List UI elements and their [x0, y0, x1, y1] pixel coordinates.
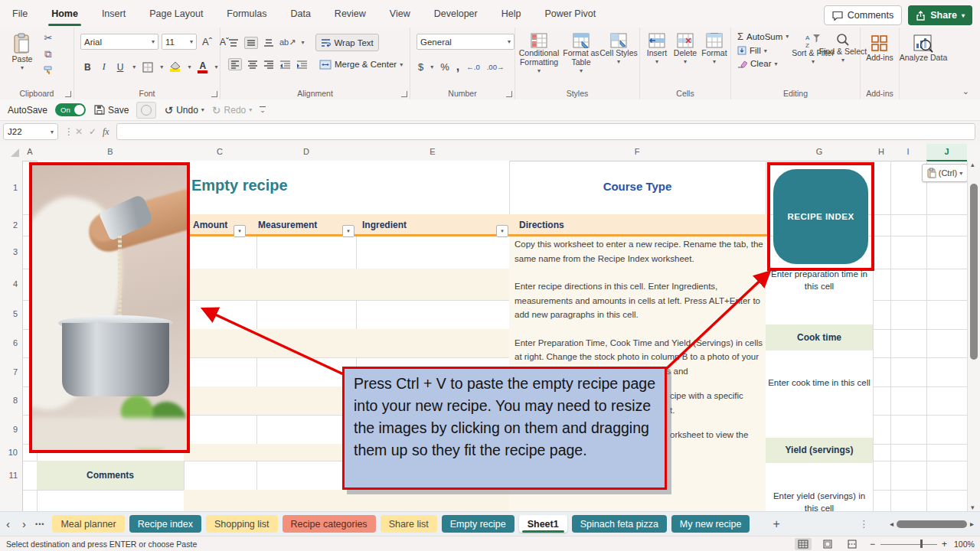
align-top-icon[interactable] [228, 38, 239, 47]
decrease-decimal-button[interactable]: .00→ [487, 63, 505, 71]
font-color-caret-icon[interactable]: ▾ [214, 64, 217, 70]
format-painter-button[interactable] [43, 65, 54, 75]
alignment-dialog-launcher-icon[interactable] [401, 91, 407, 97]
sheet-tab-recipe-categories[interactable]: Recipe categories [283, 515, 376, 533]
recipe-index-button[interactable]: RECIPE INDEX [773, 169, 868, 264]
borders-caret-icon[interactable]: ▾ [160, 64, 163, 70]
accounting-caret-icon[interactable]: ▾ [430, 64, 433, 70]
row-header-9[interactable]: 9 [13, 425, 18, 434]
font-dialog-launcher-icon[interactable] [211, 91, 217, 97]
font-size-combo[interactable]: 11▾ [162, 34, 197, 50]
fill-button[interactable]: Fill▾ [737, 46, 789, 55]
wrap-text-button[interactable]: Wrap Text [315, 34, 378, 51]
add-sheet-button[interactable]: + [773, 517, 779, 531]
col-header-g[interactable]: G [816, 147, 823, 156]
col-header-b[interactable]: B [107, 147, 113, 156]
fill-color-button[interactable] [170, 62, 181, 72]
number-dialog-launcher-icon[interactable] [506, 91, 512, 97]
row-header-11[interactable]: 11 [9, 471, 18, 480]
col-header-j-selected[interactable]: J [926, 144, 967, 161]
cook-time-cell[interactable]: Enter cook time in this cell [766, 377, 873, 389]
row-header-3[interactable]: 3 [13, 247, 18, 256]
paste-options-button[interactable]: (Ctrl) ▾ [922, 164, 968, 182]
page-layout-view-button[interactable] [819, 538, 836, 550]
col-header-c[interactable]: C [217, 147, 223, 156]
zoom-out-icon[interactable]: − [870, 539, 875, 549]
sheet-nav-right-icon[interactable]: › [16, 517, 32, 530]
increase-decimal-button[interactable]: ←.0 [466, 63, 479, 71]
tab-review[interactable]: Review [333, 5, 368, 22]
col-header-d[interactable]: D [303, 147, 309, 156]
tab-developer[interactable]: Developer [433, 5, 479, 22]
cancel-icon[interactable]: ✕ [75, 123, 83, 140]
italic-button[interactable]: I [100, 60, 108, 74]
autosum-button[interactable]: ΣAutoSum▾ [737, 31, 789, 42]
align-right-icon[interactable] [263, 60, 274, 69]
align-middle-icon[interactable] [244, 37, 258, 49]
yield-header-cell[interactable]: Yield (servings) [766, 438, 873, 463]
comments-header-cell[interactable]: Comments [37, 461, 184, 490]
share-button[interactable]: Share ▾ [908, 5, 972, 25]
enter-icon[interactable]: ✓ [89, 123, 96, 140]
scroll-down-icon[interactable]: ▾ [971, 504, 975, 511]
row-header-8[interactable]: 8 [13, 396, 18, 405]
redo-button[interactable]: ↻Redo▾ [212, 104, 252, 116]
underline-caret-icon[interactable]: ▾ [132, 64, 136, 70]
directions-text[interactable]: Copy this worksheet to enter a new recip… [514, 237, 769, 378]
tab-power-pivot[interactable]: Power Pivot [543, 5, 597, 22]
callout-note[interactable]: Press Ctrl + V to paste the empty recipe… [342, 367, 667, 490]
comma-style-button[interactable]: , [456, 60, 459, 73]
sheet-tab-my-new-recipe[interactable]: My new recipe [671, 515, 750, 533]
ingredient-filter-button[interactable]: ▾ [496, 225, 508, 237]
sheet-tab-share-list[interactable]: Share list [381, 515, 437, 533]
borders-button[interactable] [142, 62, 153, 73]
row-header-7[interactable]: 7 [13, 367, 18, 377]
sheet-tab-empty-recipe[interactable]: Empty recipe [442, 515, 514, 533]
undo-button[interactable]: ↺Undo▾ [164, 104, 204, 116]
row-header-5[interactable]: 5 [13, 309, 18, 318]
row-header-6[interactable]: 6 [13, 338, 18, 347]
find-select-button[interactable]: Find & Select ▾ [828, 29, 858, 65]
collapse-ribbon-icon[interactable]: ⌄ [962, 86, 969, 96]
tab-data[interactable]: Data [289, 5, 312, 22]
column-headers[interactable]: A B C D E F G H I J [0, 144, 980, 161]
select-all-corner[interactable] [11, 148, 19, 157]
sheet-tab-recipe-index[interactable]: Recipe index [129, 515, 201, 533]
formula-input[interactable] [116, 123, 975, 140]
col-header-h[interactable]: H [878, 147, 884, 156]
zoom-in-icon[interactable]: + [942, 539, 947, 549]
orientation-caret-icon[interactable]: ▾ [301, 39, 304, 46]
name-box[interactable]: J22 ▾ [3, 123, 58, 140]
prep-time-cell[interactable]: Enter preparation time in this cell [766, 268, 873, 292]
vertical-scrollbar[interactable]: ▴ ▾ [967, 161, 980, 511]
accounting-format-button[interactable]: $ [418, 61, 423, 73]
font-name-combo[interactable]: Arial▾ [80, 34, 158, 50]
hscroll-right-icon[interactable]: ▸ [970, 520, 974, 528]
row-headers[interactable]: 1 2 3 4 5 6 7 8 9 10 11 [0, 161, 23, 511]
paste-button[interactable]: Paste ▾ [6, 29, 38, 73]
bold-button[interactable]: B [82, 60, 93, 74]
insert-cells-button[interactable]: Insert ▾ [643, 29, 671, 67]
hscroll-left-icon[interactable]: ◂ [890, 520, 893, 528]
format-cells-button[interactable]: Format ▾ [700, 29, 729, 67]
tab-insert[interactable]: Insert [100, 5, 127, 22]
cook-time-header-cell[interactable]: Cook time [766, 324, 873, 350]
row-header-2[interactable]: 2 [13, 220, 18, 230]
tab-help[interactable]: Help [500, 5, 523, 22]
clear-button[interactable]: Clear▾ [737, 59, 789, 68]
tab-formulas[interactable]: Formulas [225, 5, 268, 22]
sheet-nav-more-icon[interactable]: ••• [35, 520, 44, 528]
number-format-combo[interactable]: General ▾ [416, 34, 514, 50]
insert-function-icon[interactable]: fx [103, 123, 109, 140]
scroll-up-icon[interactable]: ▴ [971, 161, 975, 168]
page-break-view-button[interactable] [844, 538, 861, 550]
sheet-nav-left-icon[interactable]: ‹ [0, 517, 16, 530]
analyze-data-button[interactable]: Analyze Data [903, 31, 944, 62]
addins-button[interactable]: Add-ins [862, 31, 897, 62]
col-header-i[interactable]: I [906, 147, 909, 156]
col-header-e[interactable]: E [430, 147, 435, 156]
tab-home[interactable]: Home [50, 5, 80, 22]
cut-button[interactable]: ✂ [44, 32, 53, 44]
save-button[interactable]: Save [93, 104, 129, 116]
sheet-tab-spinach-feta-pizza[interactable]: Spinach feta pizza [572, 515, 667, 533]
